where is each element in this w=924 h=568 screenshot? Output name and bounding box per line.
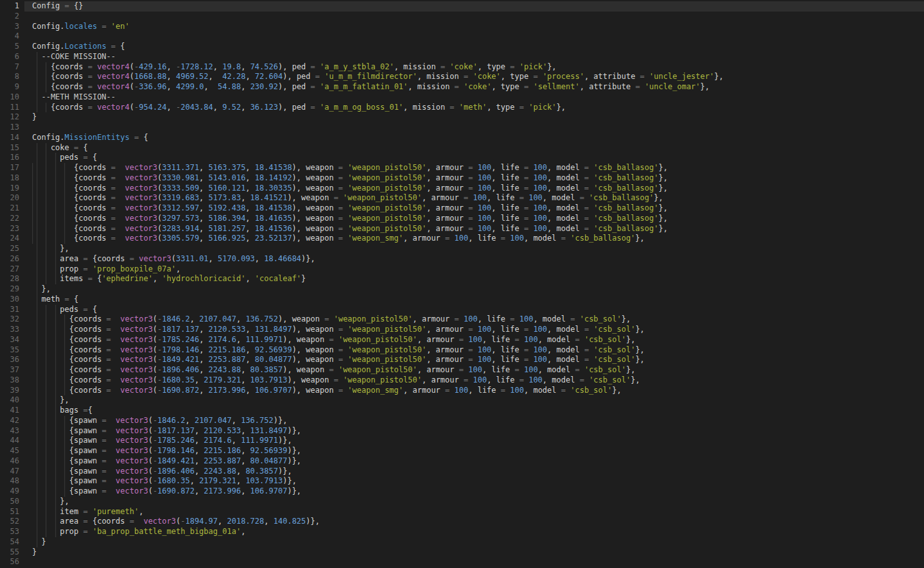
line-number[interactable]: 3: [0, 22, 24, 32]
code-line[interactable]: 3Config.locales = 'en': [0, 22, 924, 32]
line-number[interactable]: 20: [0, 193, 24, 203]
code-line[interactable]: 38{coords = vector3(-1680.35, 2179.321, …: [0, 375, 924, 386]
code-line[interactable]: 36{coords = vector3(-1849.421, 2253.887,…: [0, 355, 924, 365]
line-number[interactable]: 11: [0, 103, 24, 113]
code-line[interactable]: 49{spawn = vector3(-1690.872, 2173.996, …: [0, 486, 924, 497]
code-line[interactable]: 4: [0, 31, 924, 42]
line-number[interactable]: 30: [0, 295, 24, 305]
code-line[interactable]: 24{coords = vector3(3305.579, 5166.925, …: [0, 234, 924, 244]
line-number[interactable]: 36: [0, 355, 24, 365]
line-number[interactable]: 49: [0, 486, 24, 497]
line-number[interactable]: 32: [0, 314, 24, 325]
code-line[interactable]: 2: [0, 12, 924, 22]
code-line[interactable]: 31peds = {: [0, 305, 924, 315]
code-line[interactable]: 6--COKE MISSION--: [0, 52, 924, 62]
code-line[interactable]: 46{spawn = vector3(-1849.421, 2253.887, …: [0, 456, 924, 467]
code-line[interactable]: 40},: [0, 395, 924, 406]
line-number[interactable]: 23: [0, 224, 24, 234]
line-number[interactable]: 46: [0, 456, 24, 467]
code-line[interactable]: 27prop = 'prop_boxpile_07a',: [0, 264, 924, 275]
line-number[interactable]: 53: [0, 527, 24, 537]
code-line[interactable]: 5Config.Locations = {: [0, 42, 924, 52]
line-number[interactable]: 25: [0, 244, 24, 254]
line-number[interactable]: 18: [0, 173, 24, 184]
code-line[interactable]: 37{coords = vector3(-1896.406, 2243.88, …: [0, 365, 924, 375]
code-line[interactable]: 12}: [0, 112, 924, 123]
code-line[interactable]: 26area = {coords = vector3(3311.01, 5170…: [0, 254, 924, 264]
line-number[interactable]: 7: [0, 62, 24, 73]
code-line[interactable]: 41bags ={: [0, 406, 924, 416]
code-line[interactable]: 16peds = {: [0, 153, 924, 163]
line-number[interactable]: 14: [0, 133, 24, 143]
code-line[interactable]: 48{spawn = vector3(-1680.35, 2179.321, 1…: [0, 476, 924, 486]
line-number[interactable]: 5: [0, 42, 24, 52]
line-number[interactable]: 26: [0, 254, 24, 264]
line-number[interactable]: 41: [0, 406, 24, 416]
code-line[interactable]: 53prop = 'ba_prop_battle_meth_bigbag_01a…: [0, 527, 924, 537]
line-number[interactable]: 51: [0, 507, 24, 517]
code-line[interactable]: 35{coords = vector3(-1798.146, 2215.186,…: [0, 345, 924, 356]
line-number[interactable]: 40: [0, 395, 24, 406]
code-line[interactable]: 21{coords = vector3(3312.597, 5192.438, …: [0, 203, 924, 214]
line-number[interactable]: 2: [0, 12, 24, 22]
code-line[interactable]: 52area = {coords = vector3(-1894.97, 201…: [0, 517, 924, 527]
code-line[interactable]: 47{spawn = vector3(-1896.406, 2243.88, 8…: [0, 467, 924, 477]
line-number[interactable]: 33: [0, 325, 24, 335]
code-line[interactable]: 11{coords = vector4(-954.24, -2043.84, 9…: [0, 103, 924, 113]
code-line[interactable]: 25},: [0, 244, 924, 254]
line-number[interactable]: 13: [0, 123, 24, 133]
code-line[interactable]: 17{coords = vector3(3311.371, 5163.375, …: [0, 163, 924, 173]
line-number[interactable]: 45: [0, 446, 24, 456]
code-line[interactable]: 45{spawn = vector3(-1798.146, 2215.186, …: [0, 446, 924, 456]
line-number[interactable]: 21: [0, 203, 24, 214]
line-number[interactable]: 38: [0, 375, 24, 386]
code-line[interactable]: 1Config = {}: [0, 1, 924, 12]
line-number[interactable]: 55: [0, 547, 24, 558]
code-line[interactable]: 33{coords = vector3(-1817.137, 2120.533,…: [0, 325, 924, 335]
line-number[interactable]: 15: [0, 143, 24, 153]
code-line[interactable]: 44{spawn = vector3(-1785.246, 2174.6, 11…: [0, 436, 924, 446]
line-number[interactable]: 35: [0, 345, 24, 356]
line-number[interactable]: 34: [0, 335, 24, 345]
code-line[interactable]: 32{coords = vector3(-1846.2, 2107.047, 1…: [0, 314, 924, 325]
line-number[interactable]: 4: [0, 31, 24, 42]
line-number[interactable]: 8: [0, 72, 24, 82]
code-line[interactable]: 15coke = {: [0, 143, 924, 153]
code-line[interactable]: 51item = 'puremeth',: [0, 507, 924, 517]
code-line[interactable]: 23{coords = vector3(3283.914, 5181.257, …: [0, 224, 924, 234]
line-number[interactable]: 56: [0, 557, 24, 567]
code-line[interactable]: 34{coords = vector3(-1785.246, 2174.6, 1…: [0, 335, 924, 345]
code-line[interactable]: 50},: [0, 497, 924, 507]
code-line[interactable]: 18{coords = vector3(3330.981, 5143.016, …: [0, 173, 924, 184]
line-number[interactable]: 47: [0, 467, 24, 477]
line-number[interactable]: 24: [0, 234, 24, 244]
line-number[interactable]: 22: [0, 214, 24, 224]
code-line[interactable]: 19{coords = vector3(3333.509, 5160.121, …: [0, 184, 924, 194]
line-number[interactable]: 17: [0, 163, 24, 173]
code-line[interactable]: 56: [0, 557, 924, 567]
line-number[interactable]: 27: [0, 264, 24, 275]
line-number[interactable]: 10: [0, 92, 24, 103]
line-number[interactable]: 39: [0, 386, 24, 396]
line-number[interactable]: 52: [0, 517, 24, 527]
line-number[interactable]: 44: [0, 436, 24, 446]
code-line[interactable]: 13: [0, 123, 924, 133]
line-number[interactable]: 31: [0, 305, 24, 315]
code-line[interactable]: 43{spawn = vector3(-1817.137, 2120.533, …: [0, 426, 924, 436]
line-number[interactable]: 16: [0, 153, 24, 163]
code-editor[interactable]: 1Config = {}23Config.locales = 'en'45Con…: [0, 0, 924, 567]
code-line[interactable]: 22{coords = vector3(3297.573, 5186.394, …: [0, 214, 924, 224]
code-line[interactable]: 9{coords = vector4(-336.96, 4299.0, 54.8…: [0, 82, 924, 92]
line-number[interactable]: 29: [0, 284, 24, 295]
line-number[interactable]: 28: [0, 274, 24, 284]
code-line[interactable]: 29},: [0, 284, 924, 295]
code-line[interactable]: 39{coords = vector3(-1690.872, 2173.996,…: [0, 386, 924, 396]
line-number[interactable]: 9: [0, 82, 24, 92]
code-line[interactable]: 42{spawn = vector3(-1846.2, 2107.047, 13…: [0, 416, 924, 426]
line-number[interactable]: 50: [0, 497, 24, 507]
code-line[interactable]: 14Config.MissionEntitys = {: [0, 133, 924, 143]
code-line[interactable]: 28items = {'ephedrine', 'hydrochloricaci…: [0, 274, 924, 284]
line-number[interactable]: 37: [0, 365, 24, 375]
line-number[interactable]: 48: [0, 476, 24, 486]
line-number[interactable]: 6: [0, 52, 24, 62]
